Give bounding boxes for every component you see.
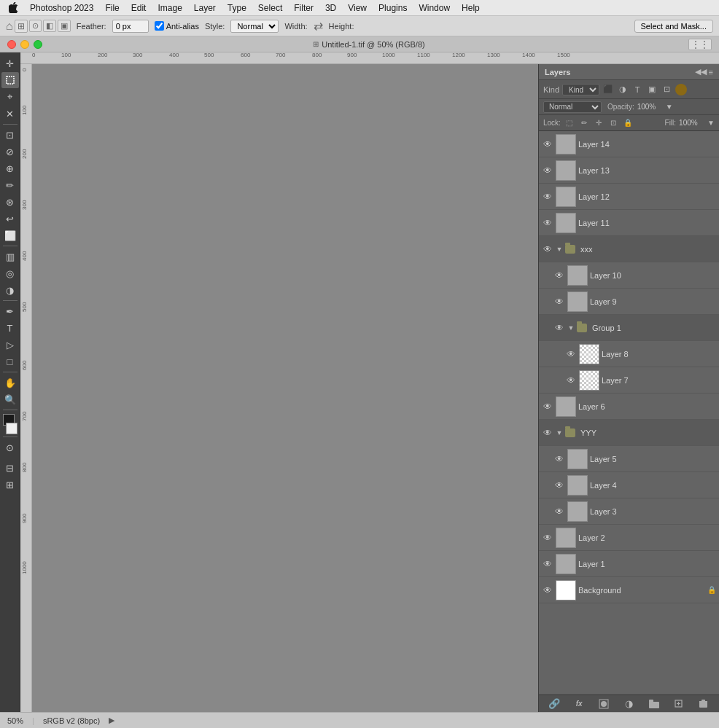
layer-row-yyy[interactable]: 👁 ▼ YYY — [539, 420, 719, 446]
background-color[interactable] — [6, 423, 18, 434]
menu-help[interactable]: Help — [456, 1, 485, 15]
menu-plugins[interactable]: Plugins — [373, 1, 412, 15]
visibility-toggle-10[interactable]: 👁 — [553, 270, 565, 281]
visibility-toggle-background[interactable]: 👁 — [542, 584, 553, 596]
fill-value[interactable]: 100% — [679, 119, 704, 127]
visibility-toggle-13[interactable]: 👁 — [542, 165, 553, 176]
lock-artboard-btn[interactable]: ⊡ — [607, 118, 619, 128]
visibility-toggle-yyy[interactable]: 👁 — [542, 427, 553, 439]
layer-row-11[interactable]: 👁 Layer 11 — [539, 210, 719, 236]
visibility-toggle-11[interactable]: 👁 — [542, 217, 553, 229]
menu-filter[interactable]: Filter — [289, 1, 319, 15]
visibility-toggle-8[interactable]: 👁 — [565, 348, 577, 360]
path-selection-tool[interactable]: ▷ — [1, 337, 19, 353]
visibility-toggle-9[interactable]: 👁 — [553, 296, 565, 308]
menu-view[interactable]: View — [343, 1, 372, 15]
fx-button[interactable]: fx — [572, 697, 586, 711]
visibility-toggle-14[interactable]: 👁 — [542, 138, 553, 150]
layer-row-9[interactable]: 👁 Layer 9 — [539, 289, 719, 315]
layer-row-7[interactable]: 👁 Layer 7 — [539, 367, 719, 394]
swap-icon[interactable]: ⇄ — [314, 19, 323, 33]
more-tools-icon[interactable]: ▣ — [58, 20, 71, 32]
move-tool[interactable]: ✛ — [1, 55, 19, 71]
panel-menu-icon[interactable]: ≡ — [709, 68, 713, 77]
visibility-toggle-2[interactable]: 👁 — [542, 532, 553, 544]
opacity-value[interactable]: 100% — [637, 103, 663, 111]
link-layers-button[interactable]: 🔗 — [548, 697, 561, 711]
type-tool[interactable]: T — [1, 320, 19, 336]
canvas-area[interactable] — [32, 64, 538, 712]
menu-photoshop[interactable]: Photoshop 2023 — [25, 1, 98, 15]
shape-tool[interactable]: □ — [1, 353, 19, 369]
hand-tool[interactable]: ✋ — [1, 375, 19, 391]
layer-row-6[interactable]: 👁 Layer 6 — [539, 394, 719, 420]
zoom-tool[interactable]: 🔍 — [1, 391, 19, 407]
layer-row-xxx[interactable]: 👁 ▼ xxx — [539, 236, 719, 262]
filter-toggle[interactable] — [675, 84, 687, 95]
gradient-tool[interactable]: ▥ — [1, 248, 19, 265]
status-arrow[interactable]: ▶ — [109, 716, 114, 725]
minimize-button[interactable] — [20, 40, 29, 49]
brush-tool[interactable]: ✏ — [1, 177, 19, 193]
group-arrow-yyy[interactable]: ▼ — [556, 429, 563, 437]
panel-collapse-icon[interactable]: ⋮⋮ — [688, 39, 712, 50]
menu-layer[interactable]: Layer — [189, 1, 221, 15]
color-selector[interactable] — [0, 414, 20, 434]
visibility-toggle-xxx[interactable]: 👁 — [542, 243, 553, 255]
opacity-arrow[interactable]: ▼ — [666, 103, 673, 111]
visibility-toggle-12[interactable]: 👁 — [542, 191, 553, 203]
layer-row-5[interactable]: 👁 Layer 5 — [539, 446, 719, 472]
menu-select[interactable]: Select — [253, 1, 287, 15]
workspace-icon[interactable]: ⊞ — [15, 20, 28, 33]
add-mask-button[interactable] — [597, 697, 610, 711]
create-group-button[interactable] — [648, 697, 661, 711]
layer-row-12[interactable]: 👁 Layer 12 — [539, 184, 719, 210]
delete-layer-button[interactable] — [697, 697, 710, 711]
filter-type-icon[interactable]: T — [631, 84, 643, 95]
menu-3d[interactable]: 3D — [320, 1, 341, 15]
home-icon[interactable]: ⌂ — [6, 20, 13, 33]
style-select[interactable]: Normal — [230, 20, 279, 33]
lock-transparent-btn[interactable]: ⬚ — [564, 118, 575, 128]
spot-healing-tool[interactable]: ⊕ — [1, 160, 19, 176]
menu-window[interactable]: Window — [413, 1, 455, 15]
artboard-btn[interactable]: ⊞ — [1, 477, 19, 493]
filter-shape-icon[interactable]: ▣ — [646, 84, 658, 95]
menu-image[interactable]: Image — [152, 1, 187, 15]
layers-list[interactable]: 👁 Layer 14 👁 Layer 13 👁 Layer 12 — [539, 131, 719, 694]
select-and-mask-button[interactable]: Select and Mask... — [634, 20, 714, 33]
magic-wand-tool[interactable]: ✕ — [1, 106, 19, 122]
menu-edit[interactable]: Edit — [126, 1, 152, 15]
filter-dropdown[interactable]: Kind — [562, 84, 599, 95]
feather-input[interactable] — [112, 20, 149, 33]
menu-file[interactable]: File — [100, 1, 124, 15]
lasso-tool[interactable]: ⌖ — [1, 89, 19, 105]
filter-pixel-icon[interactable]: ⬛ — [602, 84, 614, 95]
layer-row-14[interactable]: 👁 Layer 14 — [539, 131, 719, 157]
lock-image-btn[interactable]: ✏ — [578, 118, 590, 128]
quick-mask-btn[interactable]: ⊙ — [1, 439, 19, 455]
group-arrow-group1[interactable]: ▼ — [567, 324, 575, 332]
filter-adjust-icon[interactable]: ◑ — [617, 84, 629, 95]
visibility-toggle-group1[interactable]: 👁 — [553, 322, 565, 334]
tools-icon[interactable]: ◧ — [43, 20, 56, 32]
layer-row-3[interactable]: 👁 Layer 3 — [539, 498, 719, 525]
filter-smart-icon[interactable]: ⊡ — [661, 84, 672, 95]
layer-row-13[interactable]: 👁 Layer 13 — [539, 157, 719, 184]
panel-collapse-left-icon[interactable]: ◀◀ — [695, 67, 707, 77]
history-brush-tool[interactable]: ↩ — [1, 211, 19, 227]
visibility-toggle-1[interactable]: 👁 — [542, 558, 553, 570]
visibility-toggle-3[interactable]: 👁 — [553, 506, 565, 517]
layer-row-10[interactable]: 👁 Layer 10 — [539, 262, 719, 289]
apple-logo[interactable] — [6, 0, 20, 16]
visibility-toggle-4[interactable]: 👁 — [553, 480, 565, 491]
eraser-tool[interactable]: ⬜ — [1, 227, 19, 243]
visibility-toggle-6[interactable]: 👁 — [542, 401, 553, 412]
blend-mode-select[interactable]: Normal — [543, 101, 602, 113]
clone-stamp-tool[interactable]: ⊛ — [1, 194, 19, 210]
pen-tool[interactable]: ✒ — [1, 303, 19, 319]
selection-tool[interactable] — [1, 72, 19, 88]
layer-row-2[interactable]: 👁 Layer 2 — [539, 525, 719, 551]
close-button[interactable] — [7, 40, 16, 49]
zoom-level[interactable]: 50% — [7, 716, 23, 725]
